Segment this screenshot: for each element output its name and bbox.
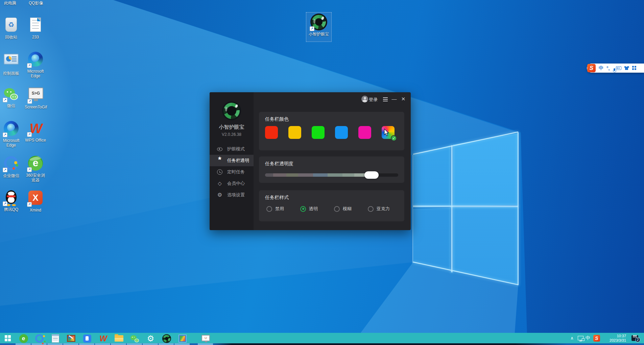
running-indicator [63, 343, 78, 345]
desktop-icon-control-panel[interactable]: 控制面板 [0, 51, 22, 76]
diamond-icon: ◇ [217, 180, 223, 187]
running-indicator [198, 343, 213, 345]
desktop-icon-eyecare-selected[interactable]: ↗ 小智护眼宝 [306, 12, 332, 42]
shortcut-arrow-icon: ↗ [3, 98, 7, 102]
radio-blur[interactable]: 模糊 [334, 206, 352, 212]
shortcut-arrow-icon: ↗ [310, 26, 314, 31]
taskbar-icon-360-browser[interactable]: e [16, 334, 31, 343]
taskbar-icon-wechat[interactable] [127, 334, 143, 343]
notification-icon: 2 [631, 335, 638, 341]
desktop-icon-edge[interactable]: ↗ Microsoft Edge [24, 51, 47, 78]
user-avatar-icon[interactable] [361, 96, 368, 102]
taskbar-icon-file-explorer[interactable] [111, 334, 127, 343]
recycle-bin-icon: ♻ [5, 18, 17, 32]
radio-transparent-selected[interactable]: 透明 [300, 206, 318, 212]
color-swatches: ✓ [265, 126, 395, 139]
taskbar-icon-notepad[interactable] [47, 334, 63, 343]
burst-icon: * [217, 157, 223, 164]
eye-icon [217, 146, 223, 152]
running-indicator [111, 343, 126, 345]
desktop-icon-360-browser[interactable]: e↗ 360安全浏览器 [24, 155, 47, 182]
taskbar-icon-wecom[interactable] [31, 334, 47, 343]
desktop-icon-wecom[interactable]: ↗ 企业微信 [0, 155, 22, 178]
opacity-slider[interactable] [265, 171, 398, 179]
control-panel-icon [4, 54, 19, 65]
mouse-cursor-icon [383, 129, 390, 136]
sogou-logo-icon[interactable]: S [587, 64, 596, 72]
taskbar-icon-screentogif[interactable]: U [198, 334, 214, 343]
desktop-icon-233-doc[interactable]: 233 [24, 17, 47, 40]
taskbar-icon-eyecare-app[interactable] [159, 334, 174, 343]
ime-indicator[interactable]: 中 [585, 333, 591, 343]
clock-icon [217, 169, 223, 175]
eyecare-app-window: 小智护眼宝 V2.0.26.38 护眼模式 * 任务栏透明 定时任务 ◇ 会员中… [210, 92, 411, 230]
running-indicator [127, 343, 142, 345]
desktop-icon-edge-2[interactable]: ↗ Microsoft Edge [0, 121, 22, 148]
color-swatch-red[interactable] [265, 126, 278, 139]
radio-acrylic[interactable]: 亚克力 [368, 206, 390, 212]
start-button[interactable] [0, 333, 16, 343]
menu-item-scheduled-tasks[interactable]: 定时任务 [210, 166, 254, 178]
ime-punctuation-toggle[interactable]: °, [606, 66, 610, 71]
radio-icon [266, 206, 272, 212]
desktop-icon-recycle-bin[interactable]: ♻ 回收站 [0, 17, 22, 40]
menu-item-options[interactable]: ⚙ 选项设置 [210, 189, 254, 201]
radio-icon [300, 206, 306, 212]
window-menu-button[interactable] [382, 96, 388, 101]
menu-item-member-center[interactable]: ◇ 会员中心 [210, 178, 254, 189]
desktop-icon-wechat[interactable]: ↗ 微信 [0, 86, 22, 108]
radio-disable[interactable]: 禁用 [266, 206, 284, 212]
taskbar-clock[interactable]: 10:37 2023/3/31 [604, 333, 627, 343]
keyboard-icon[interactable] [616, 66, 621, 70]
sogou-tray-icon[interactable]: S [592, 333, 601, 343]
running-indicator [31, 343, 47, 345]
desktop-icon-screentogif[interactable]: S>G↗ ScreenToGif [24, 86, 48, 109]
wallpaper-window-mullion [451, 145, 453, 272]
menu-item-eye-mode[interactable]: 护眼模式 [210, 143, 254, 155]
taskbar-opacity-panel: 任务栏透明度 [259, 156, 404, 183]
desktop-icon-qq[interactable]: ↗ 腾讯QQ [0, 190, 22, 212]
color-swatch-green[interactable] [312, 126, 325, 139]
running-indicator [79, 343, 94, 345]
notification-center-button[interactable]: 2 [629, 333, 641, 343]
document-icon [30, 18, 41, 32]
desktop-icon-wps[interactable]: W↗ WPS Office [24, 121, 47, 143]
section-title: 任务栏颜色 [265, 116, 289, 122]
wallpaper-window-mullion [413, 205, 518, 207]
color-swatch-yellow[interactable] [288, 126, 301, 139]
running-indicator [47, 343, 63, 345]
taskbar-icon-paint[interactable] [63, 334, 79, 343]
desktop: 此电脑 QQ影像 ♻ 回收站 233 控制面板 ↗ Microsoft Edge… [0, 0, 644, 345]
desktop-icon-this-pc[interactable]: 此电脑 [4, 0, 16, 6]
minimize-button[interactable]: — [391, 96, 397, 102]
taskbar-icon-wps[interactable]: W [95, 334, 111, 343]
taskbar-icon-blue-doc-app[interactable] [79, 334, 95, 343]
wallpaper-window-edge [518, 132, 519, 285]
desktop-icon-qq-image[interactable]: QQ影像 [29, 0, 43, 6]
check-icon: ✓ [391, 135, 397, 141]
running-indicator [95, 343, 110, 345]
app-version: V2.0.26.38 [210, 132, 254, 137]
shortcut-arrow-icon: ↗ [27, 99, 32, 104]
toolbox-icon[interactable] [632, 66, 637, 70]
login-button[interactable]: 登录 [369, 97, 378, 103]
color-swatch-blue[interactable] [335, 126, 348, 139]
desktop-icon-xmind[interactable]: X↗ Xmind [24, 190, 47, 213]
color-swatch-magenta[interactable] [358, 126, 371, 139]
taskbar-icon-photos[interactable] [174, 334, 190, 343]
network-icon[interactable] [576, 333, 585, 343]
menu-item-taskbar-transparency[interactable]: * 任务栏透明 [210, 155, 254, 166]
shortcut-arrow-icon: ↗ [27, 63, 32, 68]
close-button[interactable]: ✕ [400, 96, 406, 102]
tray-time: 10:37 [617, 334, 626, 338]
tray-chevron-icon[interactable]: ∧ [568, 333, 576, 343]
shortcut-arrow-icon: ↗ [27, 202, 32, 207]
app-logo-icon [222, 101, 241, 120]
slider-handle[interactable] [364, 171, 379, 179]
running-indicator [159, 343, 174, 345]
skin-icon[interactable] [624, 66, 629, 70]
taskbar-icon-settings[interactable]: ⚙ [143, 334, 159, 343]
color-swatch-rainbow-selected[interactable]: ✓ [382, 126, 395, 139]
ime-mode-toggle[interactable]: 中 [599, 65, 603, 71]
running-indicator [174, 343, 190, 345]
